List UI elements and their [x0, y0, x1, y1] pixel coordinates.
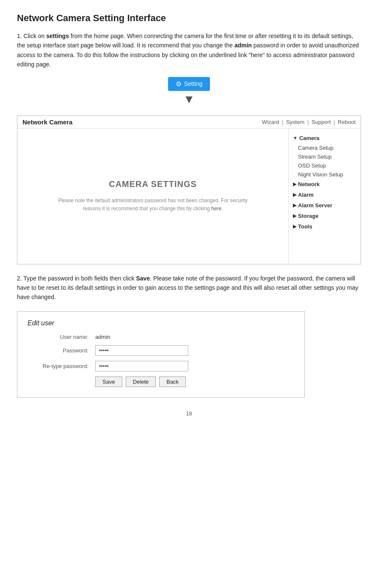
retype-row: Re-type password:	[28, 361, 294, 371]
down-arrow-icon: ▼	[183, 93, 195, 106]
nav-wizard[interactable]: Wizard	[262, 119, 279, 125]
camera-sidebar: ▼ Camera Camera Setup Stream Setup OSD S…	[289, 129, 361, 264]
setting-button-label: Setting	[184, 80, 203, 87]
notice-line2: reasons it is recommend that you change …	[83, 206, 210, 212]
password-input[interactable]	[95, 345, 188, 356]
tools-tri-icon: ▶	[293, 224, 296, 229]
sidebar-item-night-vision-setup[interactable]: Night Vision Setup	[289, 170, 361, 179]
camera-ui-header: Network Camera Wizard | System | Support…	[17, 116, 361, 129]
sidebar-section-alarm[interactable]: ▶ Alarm	[289, 190, 361, 200]
sidebar-section-camera[interactable]: ▼ Camera	[289, 133, 361, 143]
setting-icon-area: ⚙ Setting ▼	[17, 77, 361, 106]
nav-sep2: |	[307, 119, 310, 125]
edit-user-panel: Edit user User name: admin Password: Re-…	[17, 311, 305, 398]
retype-label: Re-type password:	[28, 363, 95, 369]
admin-bold: admin	[235, 42, 252, 49]
edit-user-buttons: Save Delete Back	[95, 376, 294, 387]
sidebar-item-osd-setup[interactable]: OSD Setup	[289, 161, 361, 170]
username-value: admin	[95, 334, 110, 340]
storage-tri-icon: ▶	[293, 213, 296, 219]
alarm-tri-icon: ▶	[293, 192, 296, 198]
gear-icon: ⚙	[176, 80, 182, 88]
camera-settings-title: CAMERA SETTINGS	[109, 179, 197, 189]
camera-tri-icon: ▼	[293, 135, 298, 140]
save-button[interactable]: Save	[95, 376, 122, 387]
section2-paragraph: 2. Type the password in both fields then…	[17, 274, 361, 302]
nav-sep3: |	[334, 119, 337, 125]
password-label: Password:	[28, 347, 95, 354]
here-link[interactable]: here	[211, 206, 221, 212]
alarm-server-tri-icon: ▶	[293, 203, 296, 208]
nav-system[interactable]: System	[286, 119, 304, 125]
sidebar-network-label: Network	[298, 181, 320, 187]
edit-user-title: Edit user	[28, 319, 294, 327]
camera-brand: Network Camera	[22, 118, 72, 126]
camera-main-panel: CAMERA SETTINGS Please note the default …	[17, 129, 289, 264]
retype-input[interactable]	[95, 361, 188, 371]
username-label: User name:	[28, 334, 95, 340]
password-row: Password:	[28, 345, 294, 356]
save-bold: Save	[136, 275, 150, 282]
camera-ui-body: CAMERA SETTINGS Please note the default …	[17, 129, 361, 264]
notice-end: .	[221, 206, 223, 212]
nav-reboot[interactable]: Reboot	[338, 119, 356, 125]
page-title: Network Camera Setting Interface	[17, 13, 361, 24]
camera-notice: Please note the default administrators p…	[58, 197, 248, 213]
sidebar-item-camera-setup[interactable]: Camera Setup	[289, 143, 361, 152]
delete-button[interactable]: Delete	[126, 376, 156, 387]
sidebar-item-stream-setup[interactable]: Stream Setup	[289, 152, 361, 161]
sidebar-section-tools[interactable]: ▶ Tools	[289, 221, 361, 232]
camera-ui-mockup: Network Camera Wizard | System | Support…	[17, 115, 361, 264]
sidebar-tools-label: Tools	[298, 223, 312, 230]
sidebar-alarm-label: Alarm	[298, 192, 314, 198]
sidebar-alarm-server-label: Alarm Server	[298, 202, 332, 209]
sidebar-camera-label: Camera	[299, 135, 320, 141]
nav-support[interactable]: Support	[312, 119, 331, 125]
page-number: 18	[17, 410, 361, 417]
notice-line1: Please note the default administrators p…	[58, 198, 248, 203]
back-button[interactable]: Back	[159, 376, 186, 387]
sidebar-storage-label: Storage	[298, 213, 318, 219]
sidebar-section-network[interactable]: ▶ Network	[289, 179, 361, 190]
intro-paragraph: 1. Click on settings from the home page.…	[17, 31, 361, 69]
settings-bold: settings	[46, 33, 69, 39]
sidebar-section-alarm-server[interactable]: ▶ Alarm Server	[289, 200, 361, 211]
camera-nav-links: Wizard | System | Support | Reboot	[262, 119, 356, 125]
sidebar-section-storage[interactable]: ▶ Storage	[289, 211, 361, 221]
username-row: User name: admin	[28, 334, 294, 340]
network-tri-icon: ▶	[293, 181, 296, 187]
setting-button[interactable]: ⚙ Setting	[168, 77, 210, 91]
nav-sep1: |	[282, 119, 285, 125]
